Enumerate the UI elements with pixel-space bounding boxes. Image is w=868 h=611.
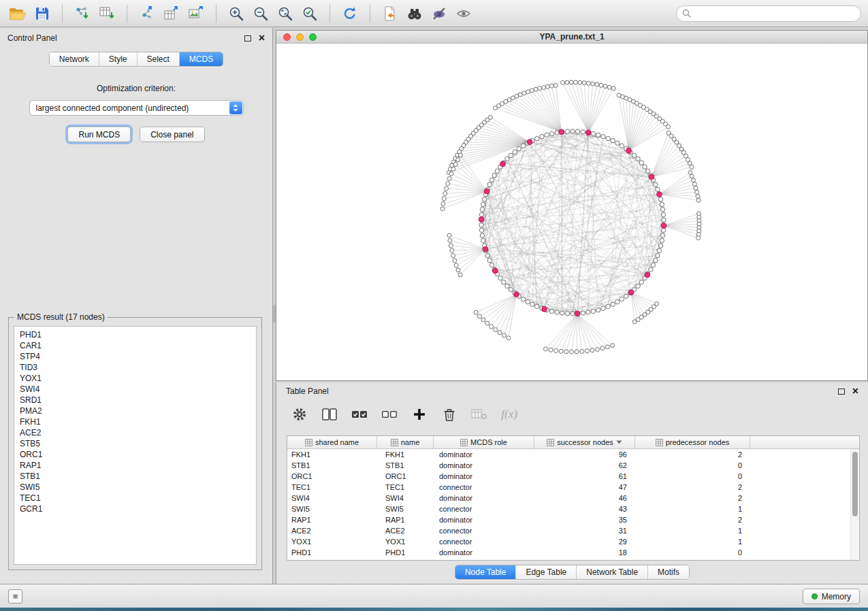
table-panel-tabs: Node TableEdge TableNetwork TableMotifs [455, 565, 690, 580]
window-minimize-icon[interactable] [296, 33, 304, 41]
table-row[interactable]: RAP1RAP1dominator352 [287, 514, 850, 525]
table-panel: Table Panel × f(x) shared namenameMCDS [276, 382, 868, 584]
delete-table-icon[interactable] [471, 407, 487, 422]
zoom-out-icon[interactable] [250, 3, 272, 24]
clone-network-icon[interactable] [379, 3, 401, 24]
add-column-icon[interactable] [411, 407, 428, 422]
import-network-icon[interactable] [71, 3, 93, 24]
open-session-icon[interactable] [7, 3, 29, 24]
export-image-icon[interactable] [185, 3, 207, 24]
column-header-shared-name[interactable]: shared name [287, 436, 377, 448]
function-builder-icon[interactable]: f(x) [501, 407, 517, 422]
close-panel-icon[interactable]: × [259, 35, 265, 42]
cell-MCDS-role: dominator [434, 472, 534, 480]
table-settings-icon[interactable] [291, 407, 308, 422]
network-window: YPA_prune.txt_1 [276, 30, 868, 381]
table-row[interactable]: SWI5SWI5connector431 [287, 503, 850, 514]
column-header-predecessor-nodes[interactable]: predecessor nodes [635, 436, 750, 448]
result-node[interactable]: PMA2 [14, 406, 256, 416]
table-scrollbar-thumb[interactable] [852, 452, 858, 516]
cell-MCDS-role: dominator [434, 548, 534, 557]
table-grid-icon [391, 439, 398, 446]
result-node[interactable]: TID3 [14, 362, 256, 373]
table-row[interactable]: SWI4SWI4dominator462 [287, 493, 850, 503]
tab-select[interactable]: Select [138, 52, 180, 66]
zoom-fit-icon[interactable] [274, 3, 296, 24]
float-table-panel-icon[interactable] [838, 389, 845, 395]
table-scrollbar[interactable] [850, 449, 859, 560]
zoom-in-icon[interactable] [225, 3, 247, 24]
table-row[interactable]: STB1STB1dominator620 [287, 460, 850, 471]
deselect-all-icon[interactable] [381, 407, 398, 422]
window-close-icon[interactable] [283, 33, 291, 41]
column-header-MCDS-role[interactable]: MCDS role [434, 436, 534, 448]
result-node[interactable]: SWI4 [14, 384, 256, 395]
tab-node-table[interactable]: Node Table [455, 565, 517, 579]
import-table-icon[interactable] [96, 3, 118, 24]
tab-mcds[interactable]: MCDS [180, 52, 223, 66]
tab-motifs[interactable]: Motifs [648, 565, 689, 579]
tab-network-table[interactable]: Network Table [577, 565, 648, 579]
table-row[interactable]: FKH1FKH1dominator962 [287, 449, 850, 460]
select-all-icon[interactable] [351, 407, 368, 422]
zoom-selected-icon[interactable] [299, 3, 321, 24]
refresh-icon[interactable] [339, 3, 361, 24]
status-menu-icon[interactable]: ≡ [8, 589, 22, 604]
result-node[interactable]: FKH1 [14, 416, 256, 427]
network-window-titlebar[interactable]: YPA_prune.txt_1 [276, 31, 867, 44]
close-table-panel-icon[interactable]: × [852, 388, 858, 395]
column-header-successor-nodes[interactable]: successor nodes [534, 436, 635, 448]
hide-selected-icon[interactable] [428, 3, 450, 24]
table-row[interactable]: ACE2ACE2connector311 [287, 525, 850, 536]
show-all-icon[interactable] [453, 3, 475, 24]
result-node[interactable]: STP4 [14, 351, 256, 362]
run-mcds-button[interactable]: Run MCDS [67, 127, 131, 142]
close-panel-button[interactable]: Close panel [140, 127, 204, 142]
column-header-name[interactable]: name [377, 436, 434, 448]
mcds-result-list[interactable]: PHD1CAR1STP4TID3YOX1SWI4SRD1PMA2FKH1ACE2… [14, 326, 257, 565]
search-input[interactable] [694, 9, 855, 18]
window-zoom-icon[interactable] [309, 33, 317, 41]
table-row[interactable]: TEC1TEC1connector472 [287, 482, 850, 493]
delete-column-icon[interactable] [441, 407, 457, 422]
table-row[interactable]: PHD1PHD1dominator180 [287, 547, 850, 558]
table-row[interactable]: ORC1ORC1dominator610 [287, 471, 850, 482]
result-node[interactable]: STB1 [14, 471, 256, 482]
save-session-icon[interactable] [31, 3, 53, 24]
network-canvas[interactable] [276, 44, 867, 380]
search-field[interactable] [676, 5, 861, 22]
table-grid-icon [305, 439, 312, 446]
table-row[interactable]: YOX1YOX1connector291 [287, 536, 850, 547]
cell-successor-nodes: 43 [534, 505, 635, 513]
optimization-criterion-select[interactable]: largest connected component (undirected) [29, 100, 244, 116]
float-panel-icon[interactable] [244, 35, 251, 42]
cell-predecessor-nodes: 0 [635, 461, 750, 469]
tab-edge-table[interactable]: Edge Table [516, 565, 577, 579]
result-node[interactable]: YOX1 [14, 373, 256, 384]
result-node[interactable]: STB5 [14, 438, 256, 449]
export-network-icon[interactable] [136, 3, 158, 24]
result-node[interactable]: TEC1 [14, 493, 256, 503]
tab-style[interactable]: Style [99, 52, 138, 66]
result-node[interactable]: ORC1 [14, 449, 256, 460]
result-node[interactable]: SRD1 [14, 395, 256, 406]
cell-predecessor-nodes: 2 [635, 483, 750, 491]
result-node[interactable]: GCR1 [14, 503, 256, 514]
export-table-icon[interactable] [161, 3, 182, 24]
result-node[interactable]: CAR1 [14, 340, 256, 351]
result-node[interactable]: RAP1 [14, 460, 256, 471]
result-node[interactable]: SWI5 [14, 482, 256, 493]
network-graph[interactable] [276, 44, 867, 380]
cell-MCDS-role: connector [434, 505, 534, 513]
cell-MCDS-role: connector [434, 527, 534, 535]
result-node[interactable]: PHD1 [14, 329, 256, 340]
show-columns-icon[interactable] [321, 407, 338, 422]
result-node[interactable]: ACE2 [14, 427, 256, 438]
cell-successor-nodes: 46 [534, 494, 635, 502]
sort-arrow-icon[interactable] [616, 440, 622, 444]
cell-shared-name: SWI4 [287, 494, 377, 502]
cell-predecessor-nodes: 1 [635, 538, 750, 546]
tab-network[interactable]: Network [50, 52, 99, 66]
memory-button[interactable]: Memory [803, 589, 860, 604]
first-neighbors-icon[interactable] [404, 3, 425, 24]
